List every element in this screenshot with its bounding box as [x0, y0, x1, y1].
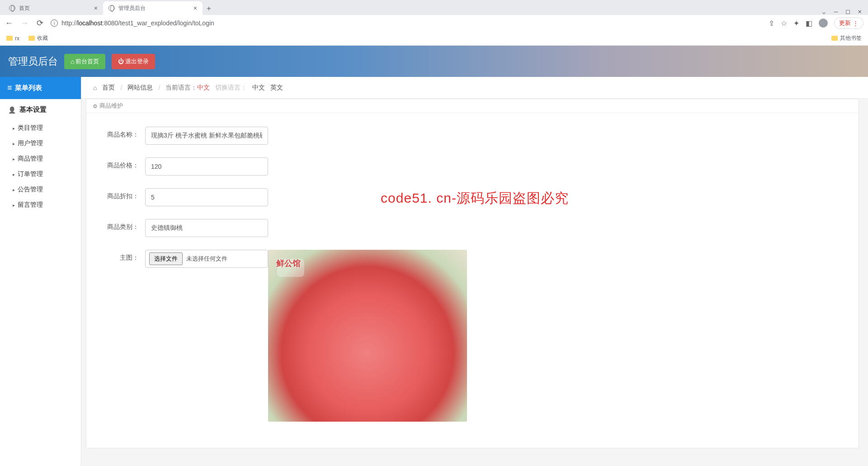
address-bar: ← → ⟳ i http://localhost:8080/test1_war_…: [0, 15, 868, 31]
browser-tab[interactable]: 首页 ×: [4, 1, 103, 15]
sidebar-header: 菜单列表: [0, 77, 81, 99]
separator: /: [158, 84, 160, 91]
sidebar-item-order[interactable]: 订单管理: [0, 166, 81, 182]
form-row-name: 商品名称：: [95, 127, 849, 145]
globe-icon: [9, 5, 15, 11]
form-row-price: 商品价格：: [95, 157, 849, 176]
app-header: 管理员后台 前台首页 退出登录: [0, 46, 868, 77]
sidebar-item-product[interactable]: 商品管理: [0, 151, 81, 166]
lang-zh-link[interactable]: 中文: [252, 84, 265, 92]
breadcrumb-home[interactable]: 首页: [102, 84, 115, 92]
panel-header: 商品维护: [86, 99, 859, 113]
content-scroll[interactable]: 商品维护 商品名称： 商品价格： 商品折扣：: [81, 99, 868, 466]
browser-chrome: 首页 × 管理员后台 × + ⌄ — □ ✕ ← → ⟳ i http://lo…: [0, 0, 868, 46]
reload-button[interactable]: ⟳: [35, 19, 44, 28]
app-body: 菜单列表 基本设置 类目管理 用户管理 商品管理 订单管理 公告管理 留言管理 …: [0, 77, 868, 466]
form-row-category: 商品类别：: [95, 219, 849, 237]
label-name: 商品名称：: [95, 127, 145, 139]
home-icon: [71, 58, 74, 65]
breadcrumb-siteinfo[interactable]: 网站信息: [127, 84, 153, 92]
main-area: ⌂ 首页 / 网站信息 / 当前语言：中文 切换语言： 中文 英文 商品维护: [81, 77, 868, 466]
tab-title: 管理员后台: [118, 5, 146, 12]
profile-avatar[interactable]: [819, 19, 828, 28]
form-row-discount: 商品折扣：: [95, 188, 849, 206]
sidebar-item-category[interactable]: 类目管理: [0, 120, 81, 136]
star-icon[interactable]: ☆: [781, 19, 787, 28]
menu-icon: [7, 83, 12, 93]
sidepanel-icon[interactable]: ◧: [806, 19, 812, 28]
minimize-icon[interactable]: —: [834, 8, 838, 15]
close-window-icon[interactable]: ✕: [858, 8, 862, 15]
input-name[interactable]: [145, 127, 268, 145]
forward-button[interactable]: →: [20, 19, 29, 28]
url-box[interactable]: i http://localhost:8080/test1_war_explod…: [51, 19, 762, 27]
label-discount: 商品折扣：: [95, 188, 145, 200]
bookmark-bar: rx 收藏 其他书签: [0, 31, 868, 46]
gear-icon: [93, 103, 98, 109]
app-title: 管理员后台: [8, 55, 58, 68]
breadcrumb: ⌂ 首页 / 网站信息 / 当前语言：中文 切换语言： 中文 英文: [81, 77, 868, 99]
file-input-group: 选择文件 未选择任何文件: [145, 250, 268, 268]
lang-switch-label: 切换语言：: [215, 84, 247, 92]
folder-icon: [6, 36, 13, 41]
folder-icon: [28, 36, 35, 41]
update-button[interactable]: 更新: [834, 17, 863, 29]
separator: /: [120, 84, 122, 91]
chevron-down-icon[interactable]: ⌄: [822, 8, 826, 15]
app: 管理员后台 前台首页 退出登录 菜单列表 基本设置 类目管理 用户管理 商品管理…: [0, 46, 868, 466]
folder-icon: [831, 36, 838, 41]
address-actions: ⇪ ☆ ✦ ◧ 更新: [769, 17, 863, 29]
label-image: 主图：: [95, 250, 145, 262]
tab-bar: 首页 × 管理员后台 × + ⌄ — □ ✕: [0, 0, 868, 15]
sidebar-item-user[interactable]: 用户管理: [0, 136, 81, 151]
sidebar-item-notice[interactable]: 公告管理: [0, 182, 81, 197]
new-tab-button[interactable]: +: [203, 2, 215, 15]
window-controls: ⌄ — □ ✕: [822, 8, 868, 15]
lang-en-link[interactable]: 英文: [270, 84, 283, 92]
tab-title: 首页: [19, 5, 30, 12]
sidebar: 菜单列表 基本设置 类目管理 用户管理 商品管理 订单管理 公告管理 留言管理: [0, 77, 81, 466]
power-icon: [118, 58, 124, 65]
home-icon: ⌂: [93, 84, 97, 91]
form-row-image: 主图： 选择文件 未选择任何文件: [95, 250, 849, 422]
bookmark-other[interactable]: 其他书签: [831, 34, 862, 42]
back-button[interactable]: ←: [5, 19, 14, 28]
lang-current-label: 当前语言：中文: [165, 84, 210, 92]
label-category: 商品类别：: [95, 219, 145, 231]
product-form: 商品名称： 商品价格： 商品折扣： 商品类别：: [86, 113, 859, 448]
input-discount[interactable]: [145, 188, 268, 206]
info-icon[interactable]: i: [51, 19, 58, 27]
url-text: http://localhost:8080/test1_war_exploded…: [61, 19, 214, 27]
file-status: 未选择任何文件: [186, 255, 227, 263]
label-price: 商品价格：: [95, 157, 145, 170]
frontend-home-button[interactable]: 前台首页: [64, 54, 105, 69]
extensions-icon[interactable]: ✦: [793, 19, 799, 28]
close-icon[interactable]: ×: [193, 5, 197, 12]
user-icon: [8, 106, 16, 114]
maximize-icon[interactable]: □: [846, 8, 849, 15]
product-image-preview: [268, 250, 467, 422]
globe-icon: [108, 5, 115, 11]
sidebar-item-message[interactable]: 留言管理: [0, 197, 81, 213]
browser-tab-active[interactable]: 管理员后台 ×: [103, 1, 203, 15]
close-icon[interactable]: ×: [94, 5, 98, 12]
bookmark-item[interactable]: rx: [6, 35, 19, 42]
input-category[interactable]: [145, 219, 268, 237]
bookmark-item[interactable]: 收藏: [28, 34, 48, 42]
choose-file-button[interactable]: 选择文件: [149, 252, 183, 265]
logout-button[interactable]: 退出登录: [112, 54, 155, 69]
share-icon[interactable]: ⇪: [769, 19, 774, 28]
form-panel: 商品维护 商品名称： 商品价格： 商品折扣：: [86, 99, 859, 448]
sidebar-section[interactable]: 基本设置: [0, 99, 81, 120]
input-price[interactable]: [145, 157, 268, 176]
